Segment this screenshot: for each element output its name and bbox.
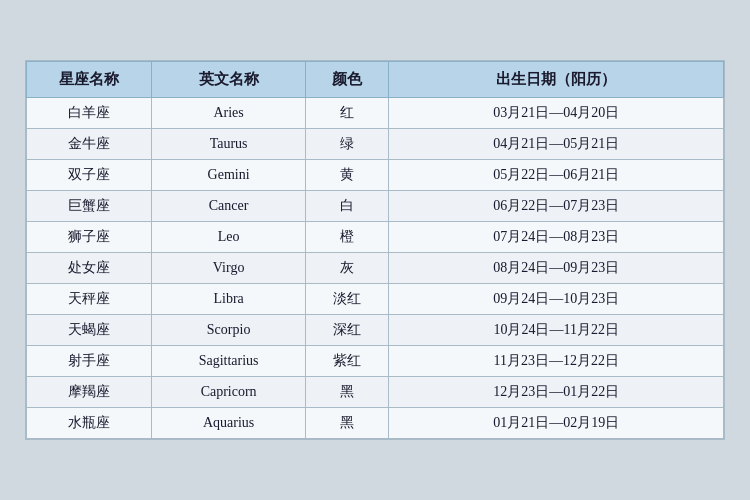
cell-color: 深红 [305,315,389,346]
cell-date: 10月24日—11月22日 [389,315,724,346]
cell-date: 07月24日—08月23日 [389,222,724,253]
header-date: 出生日期（阳历） [389,62,724,98]
table-row: 水瓶座Aquarius黑01月21日—02月19日 [27,408,724,439]
cell-chinese: 射手座 [27,346,152,377]
table-row: 处女座Virgo灰08月24日—09月23日 [27,253,724,284]
zodiac-table-container: 星座名称 英文名称 颜色 出生日期（阳历） 白羊座Aries红03月21日—04… [25,60,725,440]
cell-chinese: 天秤座 [27,284,152,315]
table-row: 双子座Gemini黄05月22日—06月21日 [27,160,724,191]
cell-color: 绿 [305,129,389,160]
cell-english: Taurus [152,129,305,160]
header-english: 英文名称 [152,62,305,98]
cell-color: 橙 [305,222,389,253]
table-row: 摩羯座Capricorn黑12月23日—01月22日 [27,377,724,408]
cell-english: Scorpio [152,315,305,346]
cell-chinese: 白羊座 [27,98,152,129]
cell-chinese: 狮子座 [27,222,152,253]
cell-date: 01月21日—02月19日 [389,408,724,439]
cell-date: 11月23日—12月22日 [389,346,724,377]
cell-date: 06月22日—07月23日 [389,191,724,222]
cell-chinese: 摩羯座 [27,377,152,408]
cell-date: 08月24日—09月23日 [389,253,724,284]
table-row: 白羊座Aries红03月21日—04月20日 [27,98,724,129]
table-row: 天秤座Libra淡红09月24日—10月23日 [27,284,724,315]
cell-color: 紫红 [305,346,389,377]
cell-english: Gemini [152,160,305,191]
cell-english: Virgo [152,253,305,284]
table-row: 射手座Sagittarius紫红11月23日—12月22日 [27,346,724,377]
table-row: 巨蟹座Cancer白06月22日—07月23日 [27,191,724,222]
cell-date: 03月21日—04月20日 [389,98,724,129]
cell-date: 12月23日—01月22日 [389,377,724,408]
cell-date: 05月22日—06月21日 [389,160,724,191]
cell-color: 淡红 [305,284,389,315]
cell-chinese: 水瓶座 [27,408,152,439]
cell-color: 黄 [305,160,389,191]
table-row: 金牛座Taurus绿04月21日—05月21日 [27,129,724,160]
cell-date: 04月21日—05月21日 [389,129,724,160]
cell-color: 白 [305,191,389,222]
cell-chinese: 金牛座 [27,129,152,160]
table-body: 白羊座Aries红03月21日—04月20日金牛座Taurus绿04月21日—0… [27,98,724,439]
cell-color: 黑 [305,408,389,439]
cell-color: 灰 [305,253,389,284]
zodiac-table: 星座名称 英文名称 颜色 出生日期（阳历） 白羊座Aries红03月21日—04… [26,61,724,439]
cell-english: Cancer [152,191,305,222]
table-row: 狮子座Leo橙07月24日—08月23日 [27,222,724,253]
cell-english: Libra [152,284,305,315]
header-color: 颜色 [305,62,389,98]
cell-english: Sagittarius [152,346,305,377]
cell-english: Capricorn [152,377,305,408]
cell-date: 09月24日—10月23日 [389,284,724,315]
cell-color: 黑 [305,377,389,408]
cell-chinese: 双子座 [27,160,152,191]
cell-english: Aries [152,98,305,129]
cell-english: Aquarius [152,408,305,439]
cell-color: 红 [305,98,389,129]
table-header-row: 星座名称 英文名称 颜色 出生日期（阳历） [27,62,724,98]
cell-chinese: 处女座 [27,253,152,284]
cell-chinese: 巨蟹座 [27,191,152,222]
table-row: 天蝎座Scorpio深红10月24日—11月22日 [27,315,724,346]
cell-chinese: 天蝎座 [27,315,152,346]
cell-english: Leo [152,222,305,253]
header-chinese: 星座名称 [27,62,152,98]
